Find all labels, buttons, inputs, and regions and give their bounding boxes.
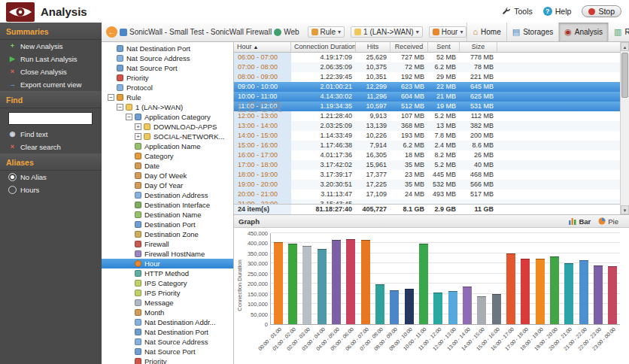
table-row[interactable]: 21:00 - 22:003.15:43:45 (234, 199, 629, 204)
tree-item-priority[interactable]: Priority (102, 73, 233, 83)
find-input[interactable] (8, 112, 93, 125)
tree-item-1-lan-wan[interactable]: −1 (LAN->WAN) (102, 102, 233, 112)
radio-selected-icon[interactable] (8, 173, 17, 181)
tools-button[interactable]: Tools (502, 7, 533, 16)
scroll-down-icon[interactable]: ▼ (621, 205, 629, 214)
stop-button[interactable]: Stop (582, 5, 621, 17)
column-header-filler (497, 42, 629, 53)
cell-duration: 1.14:33:49 (291, 131, 356, 141)
sidebar-item-export-current-view[interactable]: →Export current view (0, 78, 102, 91)
sidebar-item-run-last-analysis[interactable]: ▶Run Last Analysis (0, 53, 102, 65)
alias-option-hours[interactable]: Hours (0, 184, 102, 196)
table-row[interactable]: 08:00 - 09:001.22:39:4510,351192 MB29 MB… (234, 72, 629, 82)
tree-item-firewall[interactable]: Firewall (102, 239, 233, 249)
column-header-hits[interactable]: Hits (356, 42, 390, 53)
tree-item-destination-zone[interactable]: Destination Zone (102, 229, 233, 239)
tree-item-destination-name[interactable]: Destination Name (102, 210, 233, 220)
cell-received: 35 MB (390, 180, 428, 190)
table-row[interactable]: 19:00 - 20:003.20:30:5117,22535 MB532 MB… (234, 180, 629, 190)
scroll-up-icon[interactable]: ▲ (621, 42, 629, 51)
1-lan-wan-dropdown[interactable]: 1 (LAN->WAN)▾ (351, 26, 423, 38)
table-row[interactable]: 12:00 - 13:001.21:28:409,913107 MB5.2 MB… (234, 111, 629, 121)
tree-item-destination-address[interactable]: Destination Address (102, 190, 233, 200)
tree-item-firewall-hostname[interactable]: Firewall HostName (102, 249, 233, 259)
tree-item-http-method[interactable]: HTTP Method (102, 268, 233, 278)
tree-item-hour[interactable]: Hour (102, 259, 233, 268)
cell-received: 72 MB (390, 62, 428, 72)
bar-slot: 16:00 - 17:00 (503, 233, 518, 324)
nav-item-analysis[interactable]: ◉Analysis (558, 23, 608, 41)
table-row[interactable]: 06:00 - 07:004.19:17:0925,629727 MB52 MB… (234, 53, 629, 62)
cell-size: 40 MB (460, 160, 497, 170)
back-icon[interactable]: ← (106, 26, 117, 38)
tree-item-priority[interactable]: Priority (102, 356, 233, 364)
tree-item-application-name[interactable]: Application Name (102, 141, 233, 151)
table-row[interactable]: 15:00 - 16:001.17:46:387,9146.2 MB2.4 MB… (234, 141, 629, 150)
table-row[interactable]: 18:00 - 19:003.17:39:1717,37723 MB445 MB… (234, 170, 629, 180)
table-row[interactable]: 10:00 - 11:004.14:30:0211,296604 MB21 MB… (234, 92, 629, 102)
nav-item-home[interactable]: ⌂Home (466, 23, 506, 41)
tree-item-ips-priority[interactable]: IPS Priority (102, 288, 233, 298)
tree-item-nat-source-address[interactable]: Nat Source Address (102, 53, 233, 63)
nav-item-storages[interactable]: ▤Storages (506, 23, 558, 41)
column-header-hour[interactable]: Hour▲ (234, 42, 291, 53)
rule-dropdown[interactable]: Rule▾ (308, 26, 345, 38)
cell-filler (497, 62, 629, 72)
table-row[interactable]: 16:00 - 17:004.01:17:3616,30518 MB8.2 MB… (234, 150, 629, 160)
column-header-sent[interactable]: Sent (428, 42, 460, 53)
table-row[interactable]: 14:00 - 15:001.14:33:4910,226193 MB7.8 M… (234, 131, 629, 141)
tree-item-nat-source-port[interactable]: Nat Source Port (102, 63, 233, 73)
tree-item-protocol[interactable]: Protocol (102, 83, 233, 93)
collapse-icon[interactable]: − (126, 114, 132, 120)
tree-item-destination-interface[interactable]: Destination Interface (102, 200, 233, 210)
pie-mode-button[interactable]: Pie (598, 217, 618, 226)
tree-item-month[interactable]: Month (102, 308, 233, 317)
tree-item-social-network[interactable]: +SOCIAL-NETWORK... (102, 132, 233, 141)
tree-item-download-apps[interactable]: +DOWNLOAD-APPS (102, 122, 233, 132)
bar-mode-button[interactable]: Bar (569, 217, 591, 226)
column-header-received[interactable]: Received (390, 42, 428, 53)
tree-item-label: Protocol (126, 83, 153, 93)
tree-item-day-of-week[interactable]: Day Of Week (102, 171, 233, 180)
cell-sent: 532 MB (428, 180, 460, 190)
radio-icon[interactable] (8, 186, 17, 194)
folder-icon (126, 104, 132, 111)
tree-item-application-category[interactable]: −Application Category (102, 112, 233, 122)
cell-sent: 5.2 MB (428, 111, 460, 121)
sidebar-item-new-analysis[interactable]: +New Analysis (0, 40, 102, 53)
expand-icon[interactable]: + (135, 133, 141, 140)
tree-item-nat-destination-addr[interactable]: Nat Destination Addr... (102, 317, 233, 327)
tree-item-day-of-year[interactable]: Day Of Year (102, 180, 233, 190)
tree-item-date[interactable]: Date (102, 161, 233, 171)
table-row[interactable]: 13:00 - 14:002.03:25:0913,139368 MB13 MB… (234, 121, 629, 131)
expand-icon[interactable]: + (135, 123, 141, 130)
help-button[interactable]: ? Help (543, 7, 572, 16)
tree-item-ips-category[interactable]: IPS Category (102, 278, 233, 288)
tree-item-message[interactable]: Message (102, 298, 233, 308)
table-row[interactable]: 07:00 - 08:002.06:35:0910,37572 MB6.2 MB… (234, 62, 629, 72)
alias-option-no-alias[interactable]: No Alias (0, 171, 102, 184)
tree-item-category[interactable]: Category (102, 151, 233, 161)
column-header-connection-duration[interactable]: Connection Duration (291, 42, 356, 53)
table-scrollbar[interactable]: ▲ ▼ (620, 42, 629, 214)
sidebar-item-find-text[interactable]: ◉Find text (0, 128, 102, 141)
y-tick-label: 150,000 (248, 290, 268, 297)
table-row[interactable]: 09:00 - 10:002.01:00:2112,299623 MB22 MB… (234, 82, 629, 92)
tree-item-nat-destination-port[interactable]: Nat Destination Port (102, 44, 233, 53)
table-row[interactable]: 11:00 - 12:001.19:34:3510,597512 MB19 MB… (234, 102, 629, 111)
tree-item-rule[interactable]: −Rule (102, 93, 233, 102)
nav-item-reports[interactable]: ▥Reports (608, 23, 629, 41)
scrollbar-thumb[interactable] (621, 53, 628, 98)
hour-dropdown[interactable]: Hour▾ (429, 26, 467, 38)
sidebar-item-close-analysis[interactable]: ×Close Analysis (0, 65, 102, 78)
collapse-icon[interactable]: − (108, 94, 114, 101)
column-header-size[interactable]: Size (460, 42, 497, 53)
tree-item-nat-destination-port[interactable]: Nat Destination Port (102, 327, 233, 337)
sidebar-item-clear-search[interactable]: ×Clear search (0, 141, 102, 153)
tree-item-nat-source-address[interactable]: Nat Source Address (102, 337, 233, 347)
table-row[interactable]: 17:00 - 18:003.17:42:0215,96135 MB5.2 MB… (234, 160, 629, 170)
collapse-icon[interactable]: − (117, 104, 123, 111)
table-row[interactable]: 20:00 - 21:003.11:13:4717,10924 MB493 MB… (234, 190, 629, 199)
tree-item-destination-port[interactable]: Destination Port (102, 220, 233, 229)
tree-item-nat-source-port[interactable]: Nat Source Port (102, 347, 233, 356)
